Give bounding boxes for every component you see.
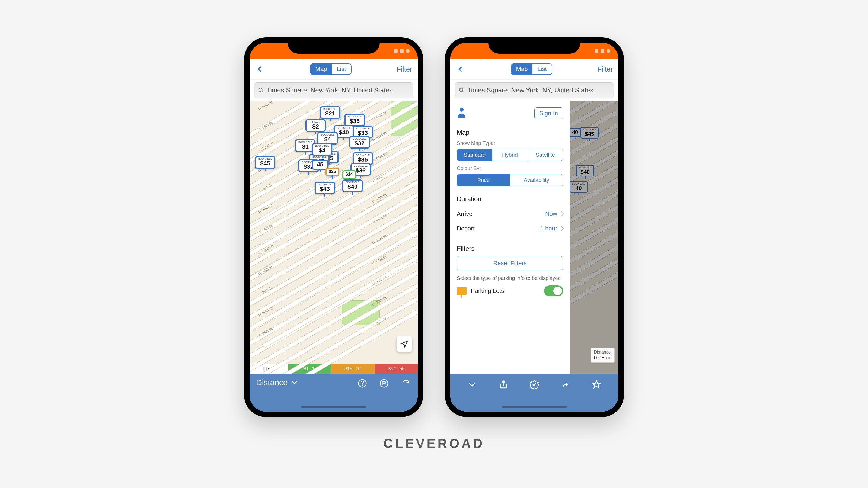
- star-icon[interactable]: [591, 379, 602, 390]
- price-marker[interactable]: BOOKABLE$4: [312, 143, 332, 156]
- status-indicator: [394, 49, 398, 53]
- svg-marker-2: [401, 341, 408, 347]
- back-icon[interactable]: [255, 64, 265, 74]
- tab-map[interactable]: Map: [511, 64, 533, 74]
- check-badge-icon[interactable]: [529, 379, 540, 390]
- home-indicator: [301, 405, 366, 408]
- tab-list[interactable]: List: [332, 64, 351, 74]
- view-toggle: Map List: [310, 63, 351, 75]
- parking-lot-icon: [457, 287, 467, 295]
- chevron-right-icon: [558, 211, 564, 217]
- section-title-duration: Duration: [457, 195, 563, 203]
- device-notch: [287, 37, 380, 54]
- status-indicator: [400, 49, 404, 53]
- svg-point-0: [259, 88, 262, 91]
- filter-button[interactable]: Filter: [397, 65, 412, 73]
- section-title-filters: Filters: [457, 245, 563, 252]
- navbar: Map List Filter: [250, 59, 418, 80]
- share-icon[interactable]: [498, 379, 509, 390]
- search-input[interactable]: Times Square, New York, NY, United State…: [455, 83, 614, 98]
- tab-map[interactable]: Map: [311, 64, 332, 74]
- locate-me-button[interactable]: [397, 336, 412, 352]
- filter-description: Select the type of parking info to be di…: [457, 274, 563, 282]
- colour-by-availability[interactable]: Availability: [510, 174, 563, 186]
- parking-lots-toggle[interactable]: [544, 286, 563, 296]
- depart-label: Depart: [457, 225, 475, 232]
- section-title-map: Map: [457, 129, 563, 136]
- svg-point-8: [460, 108, 464, 111]
- collapse-icon[interactable]: [467, 379, 478, 390]
- map-type-selector: Standard Hybrid Satellite: [457, 149, 563, 161]
- device-notch: [488, 37, 581, 54]
- price-marker[interactable]: BOOKABLE$35: [352, 152, 373, 165]
- map-canvas-dimmed: BOOKABLE$4540BOOKABLE$40BOOKABLE40 Sign …: [450, 101, 618, 373]
- map-type-satellite[interactable]: Satellite: [528, 149, 563, 161]
- status-indicator: [600, 49, 604, 53]
- map-canvas[interactable]: 1 hour $0 - 18 $18 - 37 $37 - 55 W 56th …: [250, 101, 418, 373]
- legend-high: $37 - 55: [375, 364, 418, 373]
- parking-lots-row: Parking Lots: [457, 286, 563, 296]
- price-marker[interactable]: BOOKABLE$40: [342, 180, 363, 192]
- home-indicator: [502, 405, 567, 408]
- price-marker[interactable]: BOOKABLE$32: [349, 136, 370, 149]
- svg-marker-10: [593, 380, 600, 388]
- legend-mid: $18 - 37: [332, 364, 375, 373]
- distance-readout: Distance 0.08 mi: [591, 348, 615, 363]
- search-value: Times Square, New York, NY, United State…: [267, 87, 393, 94]
- svg-point-6: [460, 88, 463, 91]
- arrive-row[interactable]: Arrive Now: [457, 206, 563, 221]
- search-input[interactable]: Times Square, New York, NY, United State…: [254, 83, 413, 98]
- price-marker[interactable]: BOOKABLE$2: [305, 119, 326, 132]
- price-marker[interactable]: BOOKABLE$4: [317, 132, 338, 144]
- reset-filters-button[interactable]: Reset Filters: [457, 256, 563, 270]
- sort-button[interactable]: Distance: [256, 378, 298, 387]
- svg-line-1: [262, 91, 264, 93]
- tab-list[interactable]: List: [532, 64, 552, 74]
- parking-lots-label: Parking Lots: [471, 287, 504, 294]
- svg-line-7: [463, 91, 464, 93]
- filter-button[interactable]: Filter: [597, 65, 613, 73]
- street-label: W 54th St: [258, 120, 273, 132]
- price-marker[interactable]: BOOKABLE$45: [255, 156, 275, 169]
- search-icon: [459, 87, 465, 93]
- chevron-right-icon: [558, 226, 564, 231]
- field-label: Show Map Type:: [457, 140, 563, 146]
- back-icon[interactable]: [456, 64, 465, 74]
- brand-logo: CLEVEROAD: [383, 436, 485, 451]
- search-icon: [258, 87, 264, 93]
- map-type-standard[interactable]: Standard: [457, 149, 492, 161]
- price-marker[interactable]: BOOKABLE$21: [320, 106, 340, 119]
- status-indicator: [406, 49, 410, 53]
- chevron-down-icon: [291, 379, 298, 386]
- field-label: Colour By:: [457, 165, 563, 171]
- arrive-label: Arrive: [457, 210, 472, 218]
- status-indicator: [595, 49, 598, 53]
- colour-by-selector: Price Availability: [457, 174, 563, 186]
- depart-row[interactable]: Depart 1 hour: [457, 221, 563, 236]
- filter-panel: Sign In Map Show Map Type: Standard Hybr…: [450, 101, 569, 373]
- street-label: W 56th St: [258, 101, 273, 111]
- search-value: Times Square, New York, NY, United State…: [467, 87, 593, 94]
- parking-icon[interactable]: [379, 378, 390, 389]
- price-marker[interactable]: BOOKABLE$35: [344, 114, 365, 126]
- view-toggle: Map List: [511, 63, 552, 75]
- status-indicator: [607, 49, 610, 53]
- directions-icon[interactable]: [560, 379, 571, 390]
- price-marker[interactable]: $14: [342, 170, 356, 179]
- phone-filter-view: Map List Filter Times Square, New York, …: [445, 37, 624, 417]
- price-marker[interactable]: $25: [326, 167, 339, 176]
- help-icon[interactable]: [357, 378, 368, 389]
- map-type-hybrid[interactable]: Hybrid: [492, 149, 527, 161]
- navbar: Map List Filter: [450, 59, 618, 80]
- user-icon: [457, 107, 467, 119]
- sign-in-button[interactable]: Sign In: [534, 107, 563, 119]
- svg-point-4: [362, 385, 363, 385]
- colour-by-price[interactable]: Price: [457, 174, 510, 186]
- refresh-icon[interactable]: [400, 378, 411, 389]
- phone-map-view: Map List Filter Times Square, New York, …: [244, 37, 423, 417]
- price-marker[interactable]: BOOKABLE$43: [315, 182, 335, 194]
